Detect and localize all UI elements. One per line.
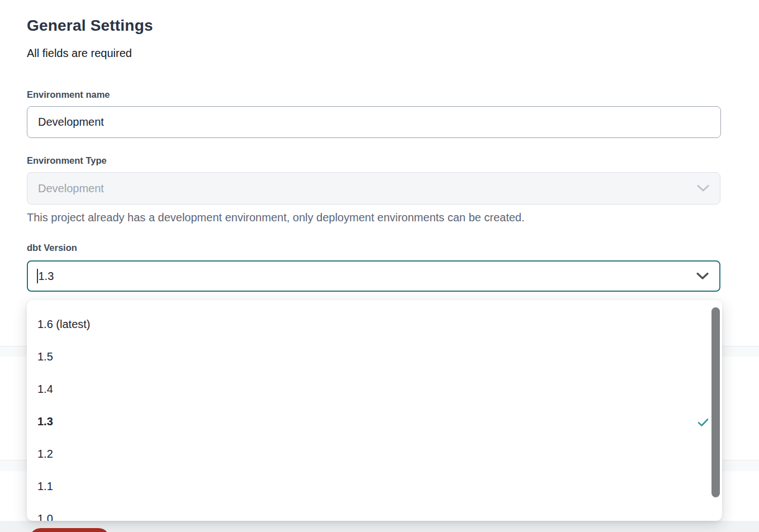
dbt-version-label: dbt Version <box>27 243 77 253</box>
dropdown-option[interactable]: 1.1 <box>27 470 722 502</box>
environment-type-select: Development <box>27 172 720 205</box>
chevron-down-icon[interactable] <box>696 273 709 280</box>
option-label: 1.0 <box>37 512 53 521</box>
page-subtitle: All fields are required <box>27 47 132 60</box>
dropdown-option[interactable]: 1.4 <box>27 373 722 405</box>
dropdown-option-selected[interactable]: 1.3 <box>27 405 722 438</box>
page-title: General Settings <box>27 17 153 35</box>
option-label: 1.3 <box>37 415 53 428</box>
environment-type-value: Development <box>38 182 104 195</box>
dropdown-option[interactable]: 1.2 <box>27 438 722 470</box>
environment-name-label: Environment name <box>27 89 110 100</box>
text-cursor <box>37 269 38 283</box>
dropdown-option[interactable]: 1.6 (latest) <box>27 308 722 340</box>
danger-button[interactable] <box>29 528 110 532</box>
environment-type-helper-text: This project already has a development e… <box>27 211 525 224</box>
dbt-version-dropdown: 1.6 (latest) 1.5 1.4 1.3 1.2 1.1 1.0 <box>27 300 722 521</box>
environment-type-label: Environment Type <box>27 155 107 166</box>
background-bottom-strip <box>0 521 759 532</box>
option-label: 1.2 <box>37 448 53 460</box>
dropdown-scrollbar-thumb[interactable] <box>711 307 720 497</box>
chevron-down-icon <box>697 185 709 192</box>
environment-name-input[interactable] <box>27 106 721 138</box>
option-label: 1.6 (latest) <box>37 318 90 331</box>
option-label: 1.1 <box>37 480 53 493</box>
check-icon <box>698 417 709 426</box>
dbt-version-value: 1.3 <box>39 270 54 283</box>
dropdown-option[interactable]: 1.0 <box>27 502 722 521</box>
dropdown-option[interactable]: 1.5 <box>27 340 722 373</box>
dbt-version-combobox[interactable]: 1.3 <box>27 260 720 292</box>
option-label: 1.5 <box>37 350 53 363</box>
option-label: 1.4 <box>37 383 53 396</box>
